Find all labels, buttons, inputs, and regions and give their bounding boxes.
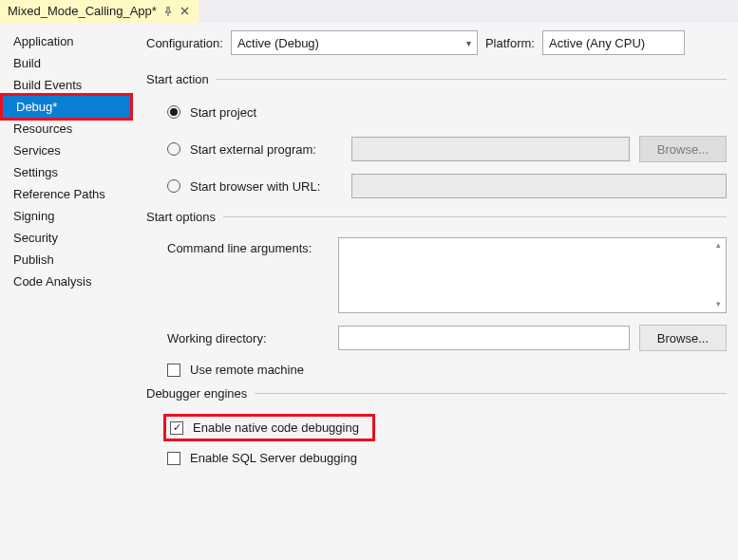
start-project-radio[interactable]	[167, 105, 180, 119]
start-browser-label: Start browser with URL:	[190, 179, 342, 194]
sidebar-item-resources[interactable]: Resources	[0, 118, 133, 140]
tab-bar: Mixed_Mode_Calling_App*	[0, 0, 738, 23]
start-browser-input[interactable]	[351, 174, 727, 198]
sidebar-item-label: Debug*	[16, 100, 57, 114]
section-title: Start options	[146, 210, 216, 224]
sidebar-item-services[interactable]: Services	[0, 140, 133, 161]
start-external-input[interactable]	[351, 137, 630, 161]
sidebar-item-debug[interactable]: Debug*	[0, 93, 133, 121]
sidebar-item-code-analysis[interactable]: Code Analysis	[0, 271, 133, 292]
section-title: Start action	[146, 72, 209, 86]
work-dir-label: Working directory:	[167, 331, 329, 345]
configuration-dropdown[interactable]: Active (Debug) ▾	[231, 30, 478, 55]
content-panel: Configuration: Active (Debug) ▾ Platform…	[133, 23, 738, 560]
sidebar-item-label: Signing	[13, 209, 54, 223]
sidebar-item-security[interactable]: Security	[0, 227, 133, 249]
use-remote-label: Use remote machine	[190, 363, 304, 377]
section-title: Debugger engines	[146, 386, 247, 401]
document-tab[interactable]: Mixed_Mode_Calling_App*	[0, 0, 199, 23]
sidebar-item-label: Code Analysis	[13, 274, 91, 289]
platform-dropdown[interactable]: Active (Any CPU)	[542, 30, 685, 55]
section-debugger-engines: Debugger engines	[146, 386, 727, 401]
start-browser-radio[interactable]	[167, 179, 180, 193]
sidebar-item-application[interactable]: Application	[0, 30, 133, 52]
work-dir-input[interactable]	[338, 326, 630, 350]
divider	[217, 79, 727, 80]
sidebar-item-reference-paths[interactable]: Reference Paths	[0, 183, 133, 205]
sidebar-item-label: Security	[13, 231, 58, 245]
platform-label: Platform:	[485, 36, 535, 50]
start-external-radio[interactable]	[167, 142, 180, 156]
sidebar-item-label: Settings	[13, 165, 58, 179]
sidebar: Application Build Build Events Debug* Re…	[0, 23, 133, 560]
enable-sql-checkbox[interactable]	[167, 452, 180, 465]
enable-native-label: Enable native code debugging	[193, 420, 359, 435]
close-icon[interactable]	[180, 6, 191, 17]
start-external-label: Start external program:	[190, 142, 342, 157]
cmd-args-label: Command line arguments:	[167, 237, 329, 255]
divider	[223, 216, 727, 217]
section-start-options: Start options	[146, 210, 727, 224]
chevron-down-icon: ▾	[466, 38, 471, 48]
use-remote-checkbox[interactable]	[167, 364, 180, 377]
sidebar-item-settings[interactable]: Settings	[0, 161, 133, 183]
sidebar-item-build[interactable]: Build	[0, 52, 133, 74]
sidebar-item-label: Application	[13, 34, 74, 48]
sidebar-item-signing[interactable]: Signing	[0, 205, 133, 227]
sidebar-item-label: Build Events	[13, 78, 82, 92]
pin-icon[interactable]	[162, 6, 174, 17]
enable-sql-label: Enable SQL Server debugging	[190, 451, 357, 465]
scroll-down-icon[interactable]: ▾	[712, 299, 724, 310]
divider	[255, 393, 727, 394]
configuration-label: Configuration:	[146, 36, 223, 50]
platform-value: Active (Any CPU)	[549, 36, 645, 50]
configuration-value: Active (Debug)	[237, 36, 319, 50]
enable-native-checkbox[interactable]	[170, 421, 183, 435]
enable-native-highlight: Enable native code debugging	[163, 414, 375, 441]
browse-external-button[interactable]: Browse...	[639, 136, 727, 162]
browse-workdir-button[interactable]: Browse...	[639, 325, 727, 351]
sidebar-item-label: Services	[13, 143, 61, 158]
sidebar-item-label: Build	[13, 56, 41, 70]
sidebar-item-label: Publish	[13, 252, 54, 267]
scroll-up-icon[interactable]: ▴	[712, 240, 724, 252]
cmd-args-textarea[interactable]: ▴ ▾	[338, 237, 727, 313]
section-start-action: Start action	[146, 72, 727, 86]
start-project-label: Start project	[190, 105, 256, 120]
sidebar-item-label: Reference Paths	[13, 187, 105, 201]
sidebar-item-publish[interactable]: Publish	[0, 249, 133, 271]
sidebar-item-label: Resources	[13, 121, 72, 136]
tab-title: Mixed_Mode_Calling_App*	[8, 4, 157, 18]
